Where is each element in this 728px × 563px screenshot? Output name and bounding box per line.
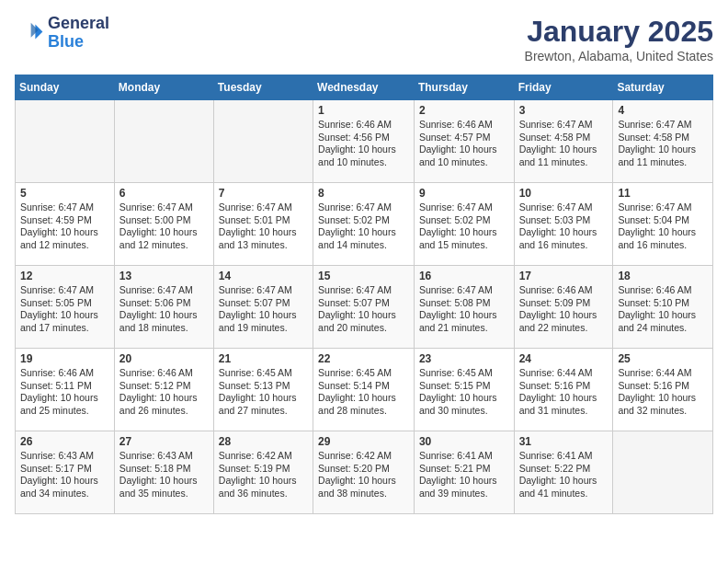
day-number: 29 xyxy=(318,435,409,448)
day-info-line: Daylight: 10 hours and 16 minutes. xyxy=(618,226,708,251)
day-number: 13 xyxy=(119,270,209,282)
day-info-line: Daylight: 10 hours and 11 minutes. xyxy=(618,144,708,168)
day-number: 3 xyxy=(519,104,609,117)
day-number: 9 xyxy=(419,187,509,200)
day-info-line: Sunset: 5:13 PM xyxy=(219,380,308,393)
month-title: January 2025 xyxy=(525,15,713,49)
day-info-line: Sunrise: 6:47 AM xyxy=(318,201,409,214)
calendar-cell: 13Sunrise: 6:47 AMSunset: 5:06 PMDayligh… xyxy=(114,266,213,349)
day-header-sunday: Sunday xyxy=(16,75,115,100)
day-info-line: Daylight: 10 hours and 12 minutes. xyxy=(20,226,109,251)
calendar-cell xyxy=(213,100,313,183)
day-info-line: Daylight: 10 hours and 24 minutes. xyxy=(618,309,708,334)
calendar-cell: 23Sunrise: 6:45 AMSunset: 5:15 PMDayligh… xyxy=(414,349,514,431)
calendar-cell: 5Sunrise: 6:47 AMSunset: 4:59 PMDaylight… xyxy=(16,183,115,266)
day-number: 27 xyxy=(119,435,209,448)
calendar-cell: 8Sunrise: 6:47 AMSunset: 5:02 PMDaylight… xyxy=(313,183,415,266)
day-info-line: Sunset: 5:02 PM xyxy=(318,214,409,227)
day-number: 15 xyxy=(318,270,409,282)
day-number: 14 xyxy=(219,270,308,282)
logo: General Blue xyxy=(15,15,109,52)
calendar-cell: 4Sunrise: 6:47 AMSunset: 4:58 PMDaylight… xyxy=(613,100,713,183)
day-info-line: Sunset: 4:58 PM xyxy=(519,132,609,144)
calendar-cell: 1Sunrise: 6:46 AMSunset: 4:56 PMDaylight… xyxy=(313,100,415,183)
day-info-line: Sunset: 5:06 PM xyxy=(119,297,209,310)
day-number: 30 xyxy=(419,435,509,448)
calendar-cell: 31Sunrise: 6:41 AMSunset: 5:22 PMDayligh… xyxy=(514,431,613,514)
day-info-line: Sunset: 4:57 PM xyxy=(419,132,509,144)
day-info-line: Daylight: 10 hours and 39 minutes. xyxy=(419,475,509,500)
day-header-friday: Friday xyxy=(514,75,613,100)
day-info-line: Sunrise: 6:47 AM xyxy=(20,201,109,214)
day-info-line: Daylight: 10 hours and 25 minutes. xyxy=(20,392,109,417)
day-number: 16 xyxy=(419,270,509,282)
day-info-line: Sunrise: 6:42 AM xyxy=(318,450,409,463)
day-number: 26 xyxy=(20,435,109,448)
day-info-line: Sunset: 5:02 PM xyxy=(419,214,509,227)
day-info-line: Sunset: 4:58 PM xyxy=(618,132,708,144)
day-number: 5 xyxy=(20,187,109,200)
calendar-cell: 21Sunrise: 6:45 AMSunset: 5:13 PMDayligh… xyxy=(213,349,313,431)
calendar-cell: 14Sunrise: 6:47 AMSunset: 5:07 PMDayligh… xyxy=(213,266,313,349)
day-number: 6 xyxy=(119,187,209,200)
day-info-line: Sunrise: 6:43 AM xyxy=(20,450,109,463)
calendar-cell: 15Sunrise: 6:47 AMSunset: 5:07 PMDayligh… xyxy=(313,266,415,349)
day-info-line: Sunrise: 6:47 AM xyxy=(419,284,509,297)
day-number: 8 xyxy=(318,187,409,200)
day-info-line: Daylight: 10 hours and 34 minutes. xyxy=(20,475,109,500)
day-header-monday: Monday xyxy=(114,75,213,100)
day-info-line: Sunset: 5:15 PM xyxy=(419,380,509,393)
day-info-line: Sunset: 4:59 PM xyxy=(20,214,109,227)
calendar-week-row: 5Sunrise: 6:47 AMSunset: 4:59 PMDaylight… xyxy=(16,183,713,266)
day-info-line: Daylight: 10 hours and 30 minutes. xyxy=(419,392,509,417)
day-info-line: Daylight: 10 hours and 18 minutes. xyxy=(119,309,209,334)
calendar-cell: 28Sunrise: 6:42 AMSunset: 5:19 PMDayligh… xyxy=(213,431,313,514)
day-info-line: Sunrise: 6:47 AM xyxy=(519,201,609,214)
day-info-line: Daylight: 10 hours and 36 minutes. xyxy=(219,475,308,500)
day-info-line: Sunset: 5:07 PM xyxy=(318,297,409,310)
page-header: General Blue January 2025 Brewton, Alaba… xyxy=(15,15,713,63)
day-info-line: Sunrise: 6:45 AM xyxy=(318,367,409,380)
day-info-line: Sunset: 5:12 PM xyxy=(119,380,209,393)
day-info-line: Sunset: 5:18 PM xyxy=(119,463,209,476)
day-header-tuesday: Tuesday xyxy=(213,75,313,100)
day-info-line: Daylight: 10 hours and 17 minutes. xyxy=(20,309,109,334)
day-info-line: Sunrise: 6:47 AM xyxy=(119,201,209,214)
calendar-cell xyxy=(16,100,115,183)
calendar-cell: 11Sunrise: 6:47 AMSunset: 5:04 PMDayligh… xyxy=(613,183,713,266)
day-info-line: Sunrise: 6:42 AM xyxy=(219,450,308,463)
calendar-cell: 17Sunrise: 6:46 AMSunset: 5:09 PMDayligh… xyxy=(514,266,613,349)
day-info-line: Daylight: 10 hours and 16 minutes. xyxy=(519,226,609,251)
day-info-line: Daylight: 10 hours and 21 minutes. xyxy=(419,309,509,334)
day-info-line: Sunrise: 6:44 AM xyxy=(618,367,708,380)
calendar-week-row: 1Sunrise: 6:46 AMSunset: 4:56 PMDaylight… xyxy=(16,100,713,183)
day-info-line: Sunset: 5:04 PM xyxy=(618,214,708,227)
day-info-line: Sunset: 5:01 PM xyxy=(219,214,308,227)
day-info-line: Sunset: 5:10 PM xyxy=(618,297,708,310)
day-info-line: Sunset: 4:56 PM xyxy=(318,132,409,144)
calendar-cell: 6Sunrise: 6:47 AMSunset: 5:00 PMDaylight… xyxy=(114,183,213,266)
calendar-cell: 29Sunrise: 6:42 AMSunset: 5:20 PMDayligh… xyxy=(313,431,415,514)
calendar-table: SundayMondayTuesdayWednesdayThursdayFrid… xyxy=(15,75,713,514)
day-info-line: Sunset: 5:07 PM xyxy=(219,297,308,310)
calendar-cell: 25Sunrise: 6:44 AMSunset: 5:16 PMDayligh… xyxy=(613,349,713,431)
calendar-cell: 12Sunrise: 6:47 AMSunset: 5:05 PMDayligh… xyxy=(16,266,115,349)
day-info-line: Sunrise: 6:47 AM xyxy=(219,284,308,297)
day-info-line: Daylight: 10 hours and 22 minutes. xyxy=(519,309,609,334)
day-info-line: Sunrise: 6:46 AM xyxy=(119,367,209,380)
day-info-line: Sunrise: 6:46 AM xyxy=(419,119,509,132)
day-info-line: Daylight: 10 hours and 28 minutes. xyxy=(318,392,409,417)
day-info-line: Sunset: 5:11 PM xyxy=(20,380,109,393)
day-number: 24 xyxy=(519,352,609,365)
day-header-thursday: Thursday xyxy=(414,75,514,100)
day-info-line: Sunset: 5:08 PM xyxy=(419,297,509,310)
day-info-line: Daylight: 10 hours and 35 minutes. xyxy=(119,475,209,500)
day-number: 25 xyxy=(618,352,708,365)
day-info-line: Sunset: 5:14 PM xyxy=(318,380,409,393)
day-number: 11 xyxy=(618,187,708,200)
calendar-week-row: 12Sunrise: 6:47 AMSunset: 5:05 PMDayligh… xyxy=(16,266,713,349)
calendar-cell: 7Sunrise: 6:47 AMSunset: 5:01 PMDaylight… xyxy=(213,183,313,266)
day-info-line: Sunrise: 6:47 AM xyxy=(20,284,109,297)
day-info-line: Sunrise: 6:47 AM xyxy=(419,201,509,214)
day-header-wednesday: Wednesday xyxy=(313,75,415,100)
